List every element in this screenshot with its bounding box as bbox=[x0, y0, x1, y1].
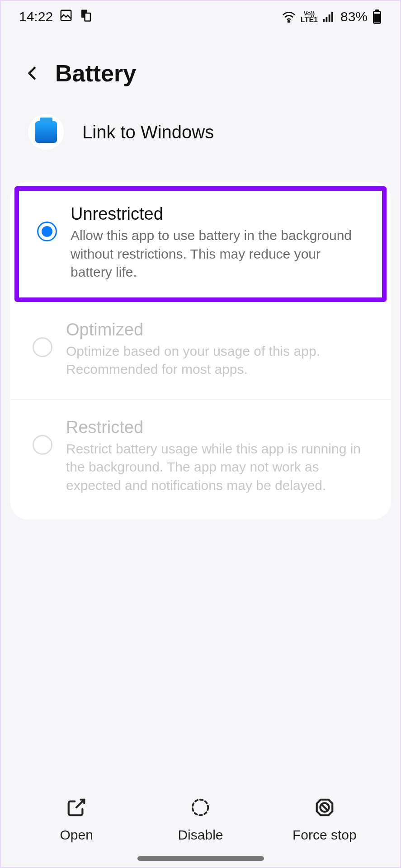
svg-rect-4 bbox=[323, 19, 325, 22]
open-icon bbox=[66, 797, 87, 821]
device-frame: 14:22 Vo)) LTE1 83% bbox=[0, 0, 401, 868]
battery-percent: 83% bbox=[340, 9, 368, 24]
app-icon bbox=[28, 114, 64, 150]
disable-label: Disable bbox=[178, 827, 223, 843]
battery-icon bbox=[372, 9, 382, 24]
radio-restricted[interactable] bbox=[33, 435, 52, 455]
wifi-icon bbox=[282, 11, 296, 23]
sim-icon bbox=[79, 9, 93, 25]
option-optimized[interactable]: Optimized Optimize based on your usage o… bbox=[10, 302, 391, 400]
radio-unrestricted[interactable] bbox=[37, 222, 57, 241]
option-desc: Allow this app to use battery in the bac… bbox=[71, 226, 364, 282]
option-title: Optimized bbox=[66, 320, 368, 340]
open-label: Open bbox=[60, 827, 93, 843]
svg-line-14 bbox=[321, 804, 327, 810]
svg-rect-10 bbox=[374, 14, 380, 22]
signal-icon bbox=[322, 11, 336, 23]
back-button[interactable] bbox=[24, 64, 42, 82]
svg-rect-7 bbox=[331, 12, 333, 22]
page-title: Battery bbox=[55, 60, 136, 87]
disable-button[interactable]: Disable bbox=[139, 797, 262, 843]
option-unrestricted[interactable]: Unrestricted Allow this app to use batte… bbox=[14, 186, 387, 302]
option-title: Unrestricted bbox=[71, 204, 364, 224]
option-desc: Restrict battery usage while this app is… bbox=[66, 440, 368, 495]
status-left: 14:22 bbox=[19, 9, 93, 25]
svg-rect-6 bbox=[329, 14, 330, 22]
option-desc: Optimize based on your usage of this app… bbox=[66, 342, 368, 379]
status-right: Vo)) LTE1 83% bbox=[282, 9, 382, 24]
option-restricted[interactable]: Restricted Restrict battery usage while … bbox=[10, 400, 391, 515]
status-bar: 14:22 Vo)) LTE1 83% bbox=[1, 1, 400, 33]
battery-options-card: Unrestricted Allow this app to use batte… bbox=[10, 182, 391, 519]
app-row: Link to Windows bbox=[1, 105, 400, 182]
disable-icon bbox=[190, 797, 211, 821]
gallery-icon bbox=[59, 9, 73, 25]
svg-point-11 bbox=[193, 799, 208, 815]
open-button[interactable]: Open bbox=[15, 797, 138, 843]
svg-point-3 bbox=[288, 20, 290, 22]
bottom-action-bar: Open Disable Force stop bbox=[1, 786, 400, 867]
force-stop-button[interactable]: Force stop bbox=[263, 797, 386, 843]
gesture-bar[interactable] bbox=[137, 856, 264, 861]
link-to-windows-icon bbox=[35, 121, 57, 143]
svg-rect-2 bbox=[85, 13, 91, 21]
page-header: Battery bbox=[1, 33, 400, 105]
option-title: Restricted bbox=[66, 418, 368, 437]
force-stop-icon bbox=[314, 797, 335, 821]
status-time: 14:22 bbox=[19, 9, 53, 24]
volte-indicator: Vo)) LTE1 bbox=[301, 10, 318, 24]
radio-optimized[interactable] bbox=[33, 337, 52, 357]
app-name: Link to Windows bbox=[82, 122, 214, 142]
svg-rect-5 bbox=[326, 17, 327, 22]
force-stop-label: Force stop bbox=[292, 827, 357, 843]
